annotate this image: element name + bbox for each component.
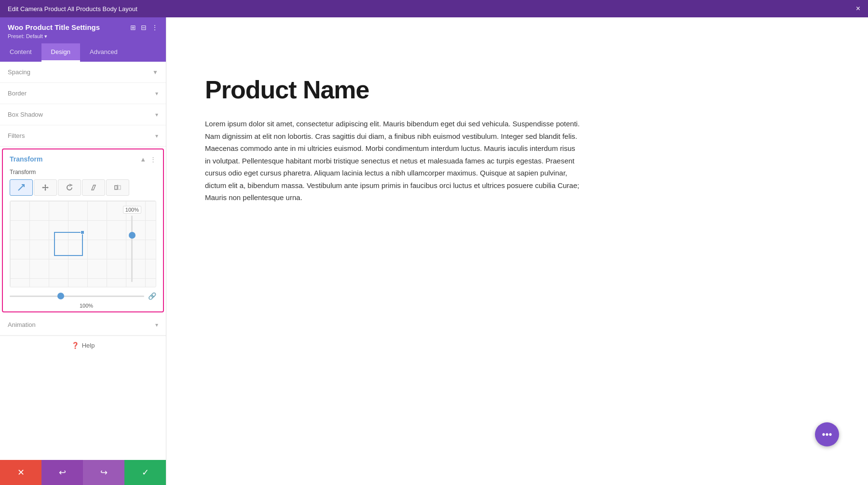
redo-button[interactable]: ↪ — [83, 460, 124, 485]
animation-label: Animation — [8, 321, 36, 328]
box-shadow-chevron: ▾ — [155, 111, 158, 118]
transform-label: Transform — [10, 169, 36, 175]
preset-label[interactable]: Preset: Default ▾ — [8, 33, 158, 40]
transform-box — [54, 232, 83, 256]
v-slider-thumb[interactable] — [129, 232, 136, 239]
tab-design[interactable]: Design — [41, 43, 80, 62]
transform-more-icon[interactable]: ⋮ — [150, 156, 156, 163]
v-slider-value: 100% — [123, 206, 141, 214]
product-description: Lorem ipsum dolor sit amet, consectetur … — [205, 118, 581, 204]
panel-header-top: Woo Product Title Settings ⊞ ⊟ ⋮ — [8, 23, 158, 31]
link-icon[interactable]: 🔗 — [148, 292, 156, 300]
animation-section[interactable]: Animation ▾ — [0, 314, 166, 336]
h-slider-wrapper: 🔗 — [3, 287, 163, 303]
bottom-bar: ✕ ↩ ↪ ✓ — [0, 460, 166, 485]
svg-rect-8 — [118, 186, 121, 189]
box-shadow-section[interactable]: Box Shadow ▾ — [0, 104, 166, 125]
transform-tool-flip[interactable] — [106, 179, 129, 196]
main-layout: Woo Product Title Settings ⊞ ⊟ ⋮ Preset:… — [0, 17, 868, 485]
right-content: Product Name Lorem ipsum dolor sit amet,… — [166, 17, 868, 485]
panel-header-icons: ⊞ ⊟ ⋮ — [130, 24, 158, 31]
more-icon[interactable]: ⋮ — [151, 24, 158, 31]
svg-marker-5 — [42, 187, 43, 189]
transform-tool-skew[interactable] — [82, 179, 105, 196]
transform-title: Transform — [10, 155, 42, 163]
left-panel: Woo Product Title Settings ⊞ ⊟ ⋮ Preset:… — [0, 17, 166, 485]
transform-tool-rotate[interactable] — [58, 179, 81, 196]
filters-chevron: ▾ — [155, 133, 158, 139]
h-slider-value-label: 100% — [3, 303, 163, 311]
transform-tool-move[interactable] — [34, 179, 57, 196]
panel-header: Woo Product Title Settings ⊞ ⊟ ⋮ Preset:… — [0, 17, 166, 43]
spacing-section[interactable]: Spacing ▼ — [0, 62, 166, 83]
help-icon: ❓ — [71, 342, 79, 349]
box-shadow-label: Box Shadow — [8, 111, 43, 118]
border-label: Border — [8, 90, 27, 97]
cancel-button[interactable]: ✕ — [0, 460, 41, 485]
filters-section[interactable]: Filters ▾ — [0, 125, 166, 147]
transform-toolbar — [3, 179, 163, 201]
svg-marker-6 — [47, 187, 49, 189]
v-slider-wrapper: 100% — [123, 206, 141, 282]
tab-content[interactable]: Content — [0, 43, 41, 62]
save-button[interactable]: ✓ — [124, 460, 166, 485]
transform-tool-scale[interactable] — [10, 179, 33, 196]
h-slider-track[interactable] — [10, 296, 144, 297]
fab-button[interactable]: ••• — [815, 422, 839, 446]
svg-marker-3 — [44, 184, 46, 186]
product-name: Product Name — [205, 75, 829, 104]
border-section[interactable]: Border ▾ — [0, 83, 166, 104]
help-bar[interactable]: ❓ Help — [0, 336, 166, 355]
filters-label: Filters — [8, 132, 25, 139]
v-slider-track[interactable] — [131, 216, 133, 282]
transform-section: Transform ▲ ⋮ Transform — [2, 148, 164, 312]
top-bar: Edit Camera Product All Products Body La… — [0, 0, 868, 17]
panel-title: Woo Product Title Settings — [8, 23, 100, 31]
border-chevron: ▾ — [155, 90, 158, 97]
h-slider-thumb[interactable] — [57, 293, 64, 299]
top-bar-title: Edit Camera Product All Products Body La… — [8, 5, 137, 13]
transform-header-icons: ▲ ⋮ — [140, 156, 156, 163]
spacing-label: Spacing — [8, 68, 30, 76]
transform-visual: 100% — [10, 201, 156, 287]
layout-icon[interactable]: ⊟ — [141, 24, 147, 31]
tab-bar: Content Design Advanced — [0, 43, 166, 62]
fab-icon: ••• — [822, 429, 832, 440]
help-label: Help — [82, 342, 95, 349]
transform-box-wrapper — [54, 232, 83, 256]
animation-chevron: ▾ — [155, 322, 158, 328]
close-icon[interactable]: × — [856, 4, 860, 13]
spacing-chevron: ▼ — [152, 69, 158, 76]
responsive-icon[interactable]: ⊞ — [130, 24, 136, 31]
transform-header: Transform ▲ ⋮ — [3, 149, 163, 167]
tab-advanced[interactable]: Advanced — [80, 43, 127, 62]
transform-label-row: Transform — [3, 167, 163, 179]
svg-rect-7 — [115, 186, 117, 189]
svg-line-0 — [18, 185, 24, 190]
transform-box-handle[interactable] — [81, 230, 84, 234]
transform-collapse-icon[interactable]: ▲ — [140, 156, 146, 163]
svg-marker-4 — [44, 189, 46, 191]
undo-button[interactable]: ↩ — [41, 460, 83, 485]
panel-content: Spacing ▼ Border ▾ Box Shadow ▾ Filters … — [0, 62, 166, 460]
